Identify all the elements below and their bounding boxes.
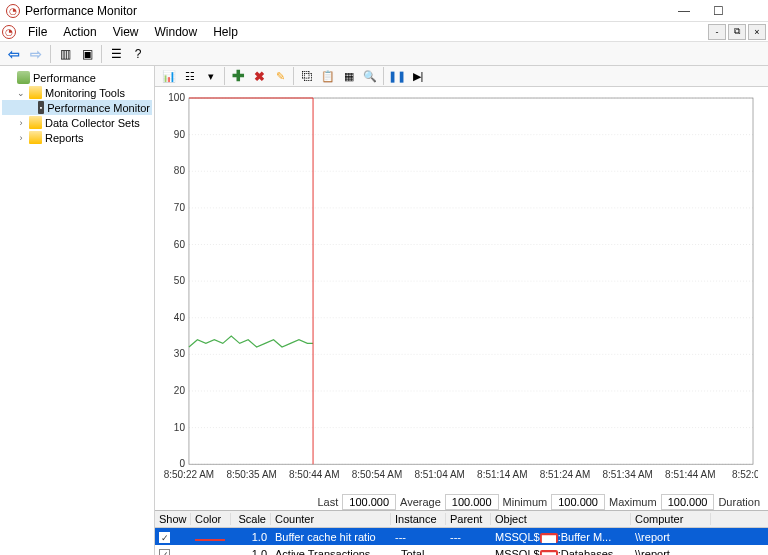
svg-text:10: 10 xyxy=(174,422,186,433)
svg-text:8:51:14 AM: 8:51:14 AM xyxy=(477,469,527,480)
counter-table: Show Color Scale Counter Instance Parent… xyxy=(155,510,768,555)
color-swatch xyxy=(195,539,225,541)
tree-label: Reports xyxy=(45,132,84,144)
menu-file[interactable]: File xyxy=(20,23,55,41)
svg-text:8:51:24 AM: 8:51:24 AM xyxy=(540,469,590,480)
svg-text:60: 60 xyxy=(174,238,186,249)
update-button[interactable]: ▶| xyxy=(408,66,428,86)
scale-cell: 1.0 xyxy=(231,531,271,543)
svg-text:8:51:44 AM: 8:51:44 AM xyxy=(665,469,715,480)
tree-data-collector-sets[interactable]: › Data Collector Sets xyxy=(2,115,152,130)
svg-text:8:50:22 AM: 8:50:22 AM xyxy=(164,469,214,480)
dur-label: Duration xyxy=(718,496,760,508)
paste-button[interactable]: 📋 xyxy=(318,66,338,86)
tree-performance[interactable]: Performance xyxy=(2,70,152,85)
maximize-button[interactable]: ☐ xyxy=(708,3,728,19)
menu-window[interactable]: Window xyxy=(147,23,206,41)
help-button[interactable]: ? xyxy=(128,44,148,64)
svg-text:30: 30 xyxy=(174,348,186,359)
minimize-button[interactable]: — xyxy=(674,3,694,19)
forward-button[interactable]: ⇨ xyxy=(26,44,46,64)
expand-icon[interactable]: › xyxy=(16,133,26,143)
zoom-button[interactable]: 🔍 xyxy=(360,66,380,86)
close-button[interactable] xyxy=(742,3,762,19)
show-checkbox[interactable]: ✓ xyxy=(159,532,170,543)
avg-value: 100.000 xyxy=(445,494,499,510)
app-icon-small: ◔ xyxy=(2,25,16,39)
folder-icon xyxy=(29,131,42,144)
table-row[interactable]: ✓1.0Buffer cache hit ratio------MSSQL$▆▆… xyxy=(155,528,768,545)
stats-bar: Last 100.000 Average 100.000 Minimum 100… xyxy=(155,494,768,510)
svg-text:100: 100 xyxy=(168,93,185,103)
header-counter[interactable]: Counter xyxy=(271,513,391,525)
svg-text:0: 0 xyxy=(179,458,185,469)
title-bar: ◔ Performance Monitor — ☐ xyxy=(0,0,768,22)
separator xyxy=(50,45,51,63)
object-cell: MSSQL$▆▆:Databases xyxy=(491,548,631,555)
folder-icon xyxy=(29,116,42,129)
header-object[interactable]: Object xyxy=(491,513,631,525)
last-value: 100.000 xyxy=(342,494,396,510)
header-color[interactable]: Color xyxy=(191,513,231,525)
counter-cell: Buffer cache hit ratio xyxy=(271,531,391,543)
app-icon: ◔ xyxy=(6,4,20,18)
header-show[interactable]: Show xyxy=(155,513,191,525)
tree-reports[interactable]: › Reports xyxy=(2,130,152,145)
menu-view[interactable]: View xyxy=(105,23,147,41)
menu-action[interactable]: Action xyxy=(55,23,104,41)
counter-cell: Active Transactions xyxy=(271,548,391,555)
tree-label: Monitoring Tools xyxy=(45,87,125,99)
tree-monitoring-tools[interactable]: ⌄ Monitoring Tools xyxy=(2,85,152,100)
properties-button[interactable]: ▦ xyxy=(339,66,359,86)
svg-text:50: 50 xyxy=(174,275,186,286)
mdi-restore-button[interactable]: ⧉ xyxy=(728,24,746,40)
view-log-button[interactable]: ☷ xyxy=(180,66,200,86)
view-dropdown-button[interactable]: ▾ xyxy=(201,66,221,86)
performance-chart[interactable]: 01020304050607080901008:50:22 AM8:50:35 … xyxy=(159,93,758,494)
svg-text:80: 80 xyxy=(174,165,186,176)
avg-label: Average xyxy=(400,496,441,508)
mdi-close-button[interactable]: × xyxy=(748,24,766,40)
instance-cell: _Total xyxy=(391,548,446,555)
svg-text:20: 20 xyxy=(174,385,186,396)
svg-text:8:52:00 A: 8:52:00 A xyxy=(732,469,758,480)
add-counter-button[interactable]: ✚ xyxy=(228,66,248,86)
show-hide-tree-button[interactable]: ▥ xyxy=(55,44,75,64)
min-value: 100.000 xyxy=(551,494,605,510)
svg-text:8:51:04 AM: 8:51:04 AM xyxy=(414,469,464,480)
mdi-min-button[interactable]: - xyxy=(708,24,726,40)
copy-button[interactable]: ⿻ xyxy=(297,66,317,86)
back-button[interactable]: ⇦ xyxy=(4,44,24,64)
menu-bar: ◔ File Action View Window Help - ⧉ × xyxy=(0,22,768,42)
header-computer[interactable]: Computer xyxy=(631,513,711,525)
instance-cell: --- xyxy=(391,531,446,543)
expand-icon[interactable]: › xyxy=(16,118,26,128)
show-checkbox[interactable]: ✓ xyxy=(159,549,170,555)
highlight-button[interactable]: ✎ xyxy=(270,66,290,86)
folder-icon xyxy=(29,86,42,99)
header-instance[interactable]: Instance xyxy=(391,513,446,525)
table-row[interactable]: ✓1.0Active Transactions_Total---MSSQL$▆▆… xyxy=(155,545,768,555)
tree-performance-monitor[interactable]: ▪ Performance Monitor xyxy=(2,100,152,115)
new-window-button[interactable]: ▣ xyxy=(77,44,97,64)
table-header: Show Color Scale Counter Instance Parent… xyxy=(155,511,768,528)
object-cell: MSSQL$▆▆:Buffer M... xyxy=(491,531,631,543)
delete-counter-button[interactable]: ✖ xyxy=(249,66,269,86)
header-scale[interactable]: Scale xyxy=(231,513,271,525)
svg-text:40: 40 xyxy=(174,312,186,323)
view-current-button[interactable]: 📊 xyxy=(159,66,179,86)
expand-icon[interactable]: ⌄ xyxy=(16,88,26,98)
parent-cell: --- xyxy=(446,531,491,543)
header-parent[interactable]: Parent xyxy=(446,513,491,525)
parent-cell: --- xyxy=(446,548,491,555)
menu-help[interactable]: Help xyxy=(205,23,246,41)
main-toolbar: ⇦ ⇨ ▥ ▣ ☰ ? xyxy=(0,42,768,66)
properties-button[interactable]: ☰ xyxy=(106,44,126,64)
separator xyxy=(224,67,225,85)
chart-area: 01020304050607080901008:50:22 AM8:50:35 … xyxy=(155,87,768,494)
tree-label: Data Collector Sets xyxy=(45,117,140,129)
tree-label: Performance xyxy=(33,72,96,84)
separator xyxy=(383,67,384,85)
tree-label: Performance Monitor xyxy=(47,102,150,114)
freeze-button[interactable]: ❚❚ xyxy=(387,66,407,86)
